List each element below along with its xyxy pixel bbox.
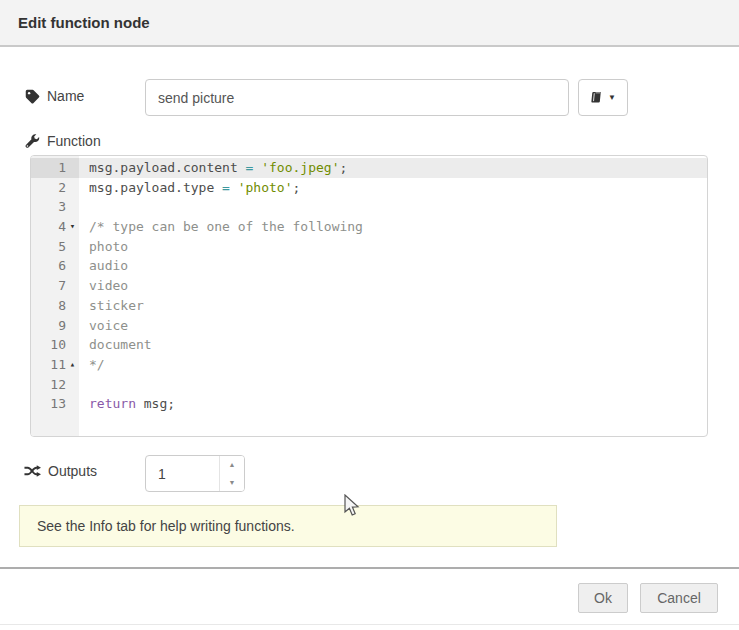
cancel-button[interactable]: Cancel xyxy=(640,583,718,613)
dialog-header: Edit function node xyxy=(0,0,739,47)
ok-button[interactable]: Ok xyxy=(578,583,628,613)
tag-icon xyxy=(25,89,40,104)
caret-down-icon: ▼ xyxy=(608,94,616,102)
info-tip: See the Info tab for help writing functi… xyxy=(19,505,557,547)
outputs-value[interactable]: 1 xyxy=(146,456,219,491)
code-text xyxy=(79,375,707,395)
line-number: 7 xyxy=(31,276,79,296)
line-number: 5 xyxy=(31,237,79,257)
code-line[interactable]: 7video xyxy=(31,276,707,296)
shuffle-icon xyxy=(24,464,41,478)
dialog-bottom-edge xyxy=(0,624,739,625)
code-text: msg.payload.type = 'photo'; xyxy=(79,178,707,198)
function-label: Function xyxy=(25,133,101,149)
line-number: 8 xyxy=(31,296,79,316)
name-input[interactable] xyxy=(145,79,569,116)
code-text: msg.payload.content = 'foo.jpeg'; xyxy=(79,158,707,178)
line-number: 1 xyxy=(31,158,79,178)
line-number: 4▾ xyxy=(31,217,79,237)
code-text: */ xyxy=(79,355,707,375)
line-number: 6 xyxy=(31,256,79,276)
name-label: Name xyxy=(25,88,84,104)
code-line[interactable]: 6audio xyxy=(31,256,707,276)
spinner-up-icon[interactable]: ▲ xyxy=(220,456,244,474)
code-text: voice xyxy=(79,316,707,336)
code-text xyxy=(79,197,707,217)
code-text: video xyxy=(79,276,707,296)
line-number: 3 xyxy=(31,197,79,217)
line-number: 12 xyxy=(31,375,79,395)
code-line[interactable]: 1msg.payload.content = 'foo.jpeg'; xyxy=(31,158,707,178)
code-line[interactable]: 2msg.payload.type = 'photo'; xyxy=(31,178,707,198)
code-line[interactable]: 9voice xyxy=(31,316,707,336)
line-number: 10 xyxy=(31,335,79,355)
code-line[interactable]: 3 xyxy=(31,197,707,217)
line-number: 11▴ xyxy=(31,355,79,375)
code-text: document xyxy=(79,335,707,355)
line-number: 9 xyxy=(31,316,79,336)
code-line[interactable]: 4▾/* type can be one of the following xyxy=(31,217,707,237)
code-line[interactable]: 13return msg; xyxy=(31,394,707,414)
code-text: audio xyxy=(79,256,707,276)
code-line[interactable]: 8sticker xyxy=(31,296,707,316)
code-line[interactable]: 12 xyxy=(31,375,707,395)
spinner-down-icon[interactable]: ▼ xyxy=(220,474,244,492)
footer-divider xyxy=(0,567,739,569)
book-icon xyxy=(590,91,603,104)
line-number: 2 xyxy=(31,178,79,198)
outputs-label: Outputs xyxy=(24,463,97,479)
function-code-editor[interactable]: 1msg.payload.content = 'foo.jpeg';2msg.p… xyxy=(30,155,708,437)
code-text: /* type can be one of the following xyxy=(79,217,707,237)
code-text: sticker xyxy=(79,296,707,316)
info-tip-text: See the Info tab for help writing functi… xyxy=(37,518,295,534)
code-line[interactable]: 5photo xyxy=(31,237,707,257)
wrench-icon xyxy=(25,134,40,149)
code-text: return msg; xyxy=(79,394,707,414)
fold-start-icon[interactable]: ▾ xyxy=(66,217,79,237)
code-lines: 1msg.payload.content = 'foo.jpeg';2msg.p… xyxy=(31,158,707,414)
library-button[interactable]: ▼ xyxy=(578,79,628,116)
line-number: 13 xyxy=(31,394,79,414)
spinner-buttons: ▲ ▼ xyxy=(219,456,244,491)
fold-end-icon[interactable]: ▴ xyxy=(66,355,79,375)
code-line[interactable]: 11▴*/ xyxy=(31,355,707,375)
code-text: photo xyxy=(79,237,707,257)
code-line[interactable]: 10document xyxy=(31,335,707,355)
outputs-spinner[interactable]: 1 ▲ ▼ xyxy=(145,455,245,492)
dialog-title: Edit function node xyxy=(18,14,150,31)
